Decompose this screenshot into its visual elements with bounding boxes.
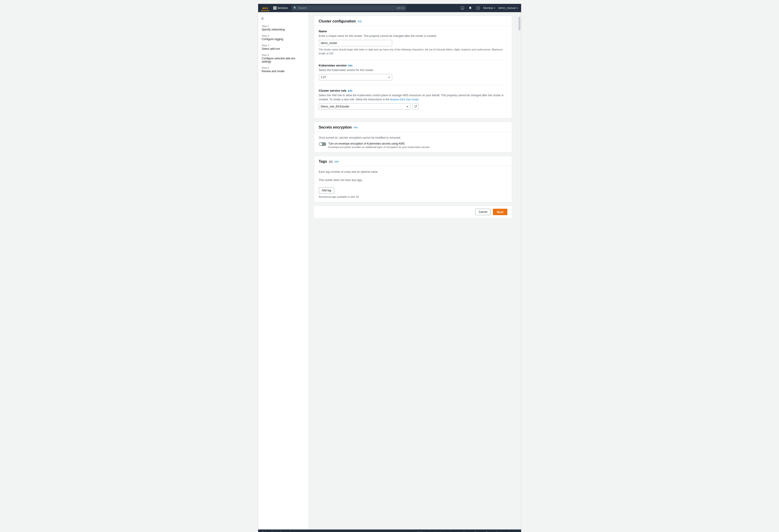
name-desc: Enter a unique name for this cluster. Th… — [319, 34, 507, 38]
notifications-icon[interactable] — [460, 5, 465, 10]
cluster-config-card: Cluster configuration Info Name Enter a … — [314, 16, 512, 118]
step2-label: Specify networking — [262, 28, 305, 31]
sidebar-item-step5[interactable]: Step 5 Configure selected add-ons settin… — [258, 52, 308, 65]
scrollbar-thumb[interactable] — [519, 17, 521, 31]
k8s-version-select[interactable]: 1.27 1.26 1.25 — [319, 74, 392, 80]
top-nav: aws Services 🔍 [Alt+S] — [258, 4, 521, 12]
toggle-row: Turn on envelope encryption of Kubernete… — [319, 142, 507, 149]
cluster-name-input[interactable] — [319, 40, 392, 46]
cluster-role-label: Cluster service role Info — [319, 89, 507, 92]
secrets-title: Secrets encryption — [319, 125, 352, 129]
right-scrollbar-panel — [518, 12, 521, 529]
nav-right: ? Mumbai ▼ demo_manual ▼ — [460, 5, 518, 10]
cluster-config-title: Cluster configuration — [319, 19, 356, 23]
user-dropdown[interactable]: demo_manual ▼ — [498, 6, 518, 10]
cluster-config-info-link[interactable]: Info — [358, 20, 362, 23]
cluster-role-section: Cluster service role Info Select the IAM… — [319, 85, 507, 110]
add-tag-button[interactable]: Add tag — [319, 187, 334, 194]
name-section: Name Enter a unique name for this cluste… — [319, 29, 507, 55]
aws-logo[interactable]: aws — [261, 5, 269, 10]
step5-number: Step 5 — [262, 54, 305, 56]
k8s-version-select-wrapper: 1.27 1.26 1.25 ▼ — [319, 74, 392, 80]
tags-header: Tags (0) Info — [314, 156, 512, 166]
sidebar-item-step4[interactable]: Step 4 Select add-ons — [258, 43, 308, 52]
k8s-version-section: Kubernetes version Info Select the Kuber… — [319, 60, 507, 80]
refresh-icon — [414, 105, 417, 108]
cancel-button[interactable]: Cancel — [475, 209, 491, 215]
step6-label: Review and create — [262, 70, 305, 73]
toggle-label: Turn on envelope encryption of Kubernete… — [328, 142, 430, 145]
services-nav-button[interactable]: Services — [272, 5, 290, 10]
cloudshell-link[interactable]: ▣ CloudShell — [261, 531, 277, 532]
tags-card: Tags (0) Info Each tag consists of a key… — [314, 156, 512, 202]
user-label: demo_manual — [498, 6, 516, 10]
step4-number: Step 4 — [262, 44, 305, 47]
step3-label: Configure logging — [262, 38, 305, 41]
cluster-role-info-link[interactable]: Info — [348, 90, 352, 92]
name-label: Name — [319, 29, 507, 33]
tags-empty-message: This cluster does not have any tags. — [319, 176, 507, 184]
cluster-config-body: Name Enter a unique name for this cluste… — [314, 26, 512, 118]
secrets-body: Once turned on, secrets encryption canno… — [314, 132, 512, 152]
footer-left: ▣ CloudShell Feedback Language — [261, 531, 306, 532]
grid-icon — [273, 6, 277, 10]
services-label: Services — [278, 6, 288, 10]
tags-body: Each tag consists of a key and an option… — [314, 166, 512, 202]
help-icon[interactable]: ? — [476, 5, 481, 10]
k8s-version-label: Kubernetes version Info — [319, 64, 507, 67]
secrets-desc: Once turned on, secrets encryption canno… — [319, 136, 507, 140]
step4-label: Select add-ons — [262, 47, 305, 50]
search-bar[interactable]: 🔍 [Alt+S] — [292, 5, 406, 11]
search-icon: 🔍 — [293, 6, 297, 10]
sidebar-toggle[interactable]: ≡ — [258, 15, 308, 22]
cluster-role-row: Demo_role_EKScluster ▼ — [319, 103, 507, 110]
cluster-role-desc: Select the IAM role to allow the Kuberne… — [319, 93, 507, 102]
step6-number: Step 6 — [262, 66, 305, 69]
actions-bar: Cancel Next — [314, 206, 512, 218]
region-dropdown[interactable]: Mumbai ▼ — [483, 6, 496, 10]
footer: ▣ CloudShell Feedback Language © 2023, A… — [258, 529, 521, 532]
main-layout: ≡ Step 2 Specify networking Step 3 Confi… — [258, 12, 521, 529]
kms-toggle-switch[interactable] — [319, 142, 326, 146]
step2-number: Step 2 — [262, 25, 305, 27]
tags-info-link[interactable]: Info — [335, 160, 339, 163]
search-input[interactable] — [298, 6, 395, 10]
eks-user-guide-link[interactable]: Amazon EKS User Guide — [390, 98, 418, 101]
tags-remaining: Remaining tags available to add: 50 — [319, 195, 507, 198]
secrets-header: Secrets encryption Info — [314, 122, 512, 132]
svg-rect-0 — [461, 7, 464, 9]
tags-title: Tags (0) — [319, 160, 333, 164]
step3-number: Step 3 — [262, 35, 305, 37]
step5-label: Configure selected add-ons settings — [262, 57, 305, 63]
svg-text:?: ? — [477, 7, 478, 9]
region-caret: ▼ — [494, 7, 496, 9]
search-shortcut: [Alt+S] — [397, 7, 404, 9]
next-button[interactable]: Next — [493, 209, 507, 215]
tags-count: (0) — [329, 160, 333, 163]
user-caret: ▼ — [517, 7, 518, 9]
toggle-subtext: Envelope encryption provides an addition… — [328, 146, 430, 149]
k8s-version-desc: Select the Kubernetes version for this c… — [319, 68, 507, 72]
sidebar-item-step2[interactable]: Step 2 Specify networking — [258, 23, 308, 33]
sidebar-item-step6[interactable]: Step 6 Review and create — [258, 65, 308, 74]
cluster-role-select-wrapper: Demo_role_EKScluster ▼ — [319, 103, 411, 110]
region-label: Mumbai — [483, 6, 493, 10]
k8s-version-info-link[interactable]: Info — [348, 64, 353, 67]
bell-icon[interactable] — [468, 5, 473, 10]
content-area: Cluster configuration Info Name Enter a … — [308, 12, 518, 529]
cluster-config-header: Cluster configuration Info — [314, 16, 512, 26]
cluster-role-select[interactable]: Demo_role_EKScluster — [319, 103, 411, 110]
sidebar-item-step3[interactable]: Step 3 Configure logging — [258, 33, 308, 42]
cloudshell-icon: ▣ — [261, 531, 264, 532]
cluster-role-refresh-button[interactable] — [412, 103, 419, 110]
secrets-info-link[interactable]: Info — [354, 126, 358, 129]
sidebar: ≡ Step 2 Specify networking Step 3 Confi… — [258, 12, 308, 529]
name-hint: The cluster name should begin with lette… — [319, 48, 507, 55]
secrets-encryption-card: Secrets encryption Info Once turned on, … — [314, 122, 512, 153]
tags-desc: Each tag consists of a key and an option… — [319, 170, 507, 174]
